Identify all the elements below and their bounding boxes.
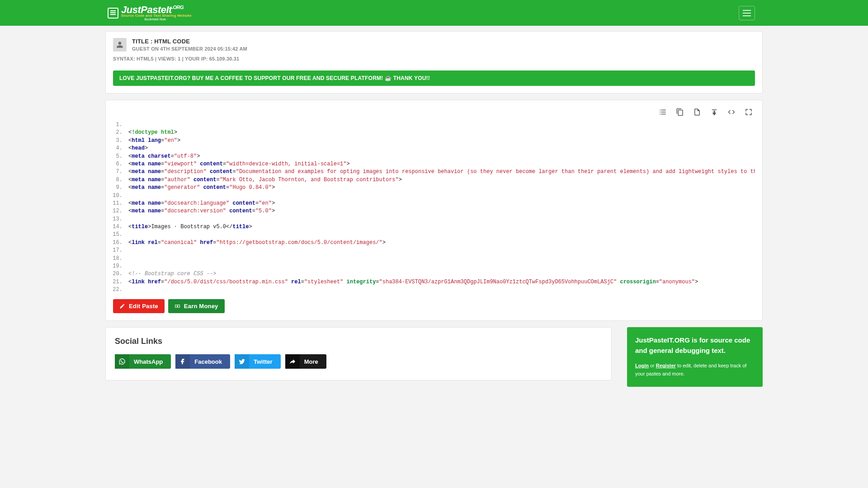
code-viewer[interactable]: <!doctype html><html lang="en"><head><me… [113, 121, 755, 292]
twitter-icon [235, 354, 249, 369]
embed-icon[interactable] [727, 108, 736, 117]
share-whatsapp-button[interactable]: WhatsApp [115, 354, 171, 369]
pencil-icon [119, 303, 125, 309]
navbar: JustPasteIt.ORG Source Code and Text Sha… [0, 0, 868, 26]
share-more-label: More [304, 358, 326, 365]
social-card: Social Links WhatsApp Facebook Twitter M… [105, 327, 612, 380]
share-twitter-label: Twitter [254, 358, 281, 365]
download-icon[interactable] [710, 108, 719, 117]
code-line: <!-- Bootstrap core CSS --> [126, 270, 755, 278]
paste-meta: SYNTAX: HTML5 | VIEWS: 1 | YOUR IP: 65.1… [113, 56, 755, 61]
share-facebook-button[interactable]: Facebook [175, 354, 230, 369]
edit-paste-button[interactable]: Edit Paste [113, 299, 165, 313]
code-line [126, 231, 755, 239]
code-line: <html lang="en"> [126, 137, 755, 145]
info-body: Login or Register to edit, delete and ke… [635, 362, 755, 378]
code-line [126, 247, 755, 254]
code-line: <meta name="description" content="Docume… [126, 168, 755, 176]
earn-money-button[interactable]: Earn Money [168, 299, 225, 313]
code-toolbar [113, 108, 755, 121]
logo-icon [108, 8, 118, 19]
earn-money-label: Earn Money [184, 303, 218, 310]
brand-org: .ORG [172, 5, 184, 10]
copy-icon[interactable] [675, 108, 684, 117]
code-line [126, 255, 755, 263]
code-line: <meta name="author" content="Mark Otto, … [126, 176, 755, 184]
code-line: <head> [126, 145, 755, 152]
code-line: <link href="/docs/5.0/dist/css/bootstrap… [126, 278, 755, 286]
code-line: <meta name="viewport" content="width=dev… [126, 160, 755, 168]
login-link[interactable]: Login [635, 363, 649, 368]
share-icon [285, 354, 300, 369]
avatar [113, 38, 127, 52]
code-card: <!doctype html><html lang="en"><head><me… [105, 100, 763, 321]
code-line: <meta charset="utf-8"> [126, 153, 755, 160]
code-line [126, 286, 755, 292]
code-line: <meta name="docsearch:version" content="… [126, 207, 755, 215]
share-whatsapp-label: WhatsApp [134, 358, 171, 365]
code-list: <!doctype html><html lang="en"><head><me… [113, 121, 755, 292]
code-line [126, 121, 755, 129]
paste-info-card: TITLE : HTML CODE GUEST ON 4TH SEPTEMBER… [105, 31, 763, 94]
whatsapp-icon [115, 354, 129, 369]
code-line: <link rel="canonical" href="https://getb… [126, 239, 755, 247]
paste-title: TITLE : HTML CODE [132, 38, 247, 45]
or-text: or [649, 363, 656, 368]
code-line: <meta name="docsearch:language" content=… [126, 200, 755, 207]
register-link[interactable]: Register [656, 363, 676, 368]
user-icon [116, 41, 123, 48]
code-line [126, 263, 755, 270]
raw-icon[interactable] [693, 108, 702, 117]
edit-paste-label: Edit Paste [129, 303, 158, 310]
code-line [126, 192, 755, 200]
info-title: JustPasteIT.ORG is for source code and g… [635, 335, 755, 356]
info-card: JustPasteIT.ORG is for source code and g… [627, 327, 763, 387]
code-line [126, 216, 755, 223]
fullscreen-icon[interactable] [744, 108, 753, 117]
social-title: Social Links [115, 337, 602, 346]
facebook-icon [175, 354, 190, 369]
code-line: <!doctype html> [126, 129, 755, 136]
brand-logo[interactable]: JustPasteIt.ORG Source Code and Text Sha… [108, 5, 192, 21]
brand-tagline: Source Code and Text Sharing Website [121, 14, 192, 18]
share-facebook-label: Facebook [194, 358, 230, 365]
code-line: <meta name="generator" content="Hugo 0.8… [126, 184, 755, 192]
support-banner[interactable]: LOVE JUSTPASTEIT.ORG? BUY ME A COFFEE TO… [113, 70, 755, 86]
share-twitter-button[interactable]: Twitter [235, 354, 281, 369]
logo-text: JustPasteIt.ORG Source Code and Text Sha… [121, 5, 192, 21]
nav-toggle-button[interactable] [739, 6, 755, 20]
share-more-button[interactable]: More [285, 354, 326, 369]
code-line: <title>Images · Bootstrap v5.0</title> [126, 223, 755, 231]
paste-subtitle: GUEST ON 4TH SEPTEMBER 2024 05:15:42 AM [132, 46, 247, 52]
money-icon [175, 303, 180, 309]
brand-bookmark: Bookmark Now [144, 18, 165, 21]
toggle-lines-icon[interactable] [658, 108, 667, 117]
